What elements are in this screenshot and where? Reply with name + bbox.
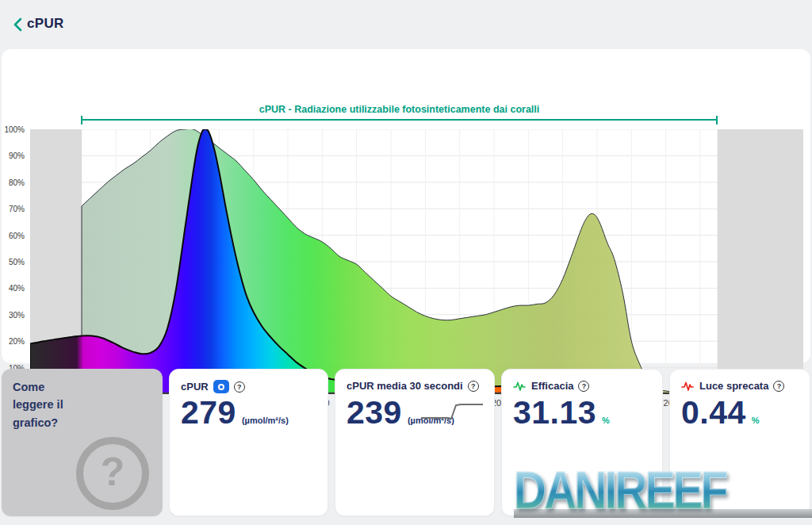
page-title: cPUR — [27, 16, 64, 32]
metric-label-cpur: cPUR — [181, 381, 209, 393]
help-icon[interactable]: ? — [234, 381, 245, 393]
how-to-read-card[interactable]: Come leggere il grafico? ? — [2, 369, 163, 516]
pulse-icon-red — [681, 381, 694, 392]
pulse-icon-green — [513, 381, 526, 392]
metric-unit: (µmol/m²/s) — [242, 416, 289, 425]
cpur-screen: cPUR cPUR - Radiazione utilizzabile foto… — [0, 0, 812, 525]
top-bar: cPUR — [0, 0, 812, 48]
average-step-sparkline — [421, 403, 485, 422]
y-axis-labels: 0%10%20%30%40%50%60%70%80%90%100% — [2, 129, 27, 394]
metric-value-cpur: 279 — [181, 395, 236, 431]
metric-label-cpur-media: cPUR media 30 secondi — [347, 380, 463, 392]
metric-card-efficacia: Efficacia ? 31.13 % — [501, 369, 663, 516]
spectrum-plot — [30, 129, 803, 394]
back-button[interactable] — [8, 15, 29, 36]
chart-panel: cPUR - Radiazione utilizzabile fotosinte… — [2, 49, 810, 363]
metric-unit: % — [752, 416, 760, 425]
help-icon[interactable]: ? — [578, 381, 589, 392]
metric-value-efficacia: 31.13 — [513, 395, 596, 431]
metric-card-luce-sprecata: Luce sprecata ? 0.44 % — [669, 369, 810, 516]
question-mark-icon: ? — [76, 437, 149, 510]
help-icon[interactable]: ? — [773, 381, 784, 392]
chevron-left-icon — [11, 17, 25, 33]
chart-range-bracket — [81, 119, 718, 121]
metric-label-efficacia: Efficacia — [531, 380, 573, 392]
metric-value-cpur-media: 239 — [347, 395, 402, 431]
chart-title: cPUR - Radiazione utilizzabile fotosinte… — [81, 104, 718, 115]
instant-mode-badge-icon — [213, 380, 229, 393]
metric-value-luce-sprecata: 0.44 — [681, 395, 746, 431]
how-to-read-text: Come leggere il grafico? — [13, 378, 63, 431]
metric-unit: % — [602, 416, 610, 425]
metric-card-cpur: cPUR ? 279 (µmol/m²/s) — [169, 369, 328, 516]
help-icon[interactable]: ? — [468, 381, 479, 392]
metric-label-luce-sprecata: Luce sprecata — [699, 380, 768, 392]
metric-card-cpur-media: cPUR media 30 secondi ? 239 (µmol/m²/s) — [335, 369, 495, 516]
